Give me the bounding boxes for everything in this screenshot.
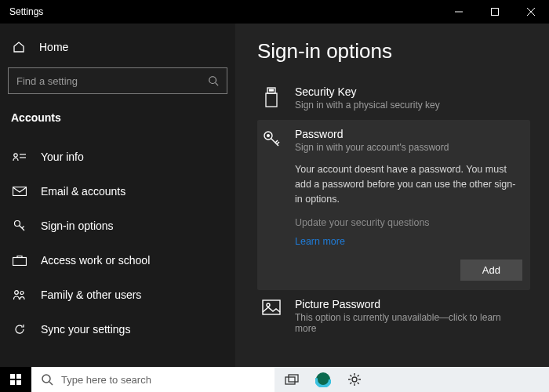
svg-rect-28 (16, 374, 21, 379)
picture-icon (260, 298, 282, 334)
svg-point-37 (352, 377, 357, 382)
home-label: Home (39, 41, 68, 53)
minimize-button[interactable] (441, 0, 477, 24)
main-content: Sign-in options Security Key Sign in wit… (235, 24, 549, 367)
sidebar: Home Accounts Your info (0, 24, 235, 367)
nav-email-accounts[interactable]: Email & accounts (0, 174, 235, 209)
key-icon (260, 128, 282, 281)
search-icon (41, 373, 53, 386)
svg-point-15 (20, 292, 24, 295)
search-input[interactable] (16, 75, 198, 87)
svg-rect-30 (16, 380, 21, 385)
nav-signin-options[interactable]: Sign-in options (0, 209, 235, 243)
option-picture-password[interactable]: Picture Password This option is currentl… (257, 290, 530, 343)
window-title: Settings (9, 6, 43, 17)
svg-rect-34 (289, 375, 298, 382)
svg-rect-18 (270, 89, 271, 91)
svg-line-24 (277, 142, 279, 144)
nav-label: Family & other users (41, 289, 141, 301)
option-subtitle: Sign in with your account's password (295, 142, 522, 153)
maximize-button[interactable] (477, 0, 513, 24)
mail-icon (13, 187, 27, 196)
svg-rect-27 (10, 374, 15, 379)
home-icon (13, 41, 25, 53)
svg-rect-17 (266, 93, 277, 107)
taskbar: Type here to search (0, 367, 549, 392)
nav-family-users[interactable]: Family & other users (0, 278, 235, 312)
option-subtitle: Sign in with a physical security key (295, 100, 522, 111)
close-button[interactable] (513, 0, 549, 24)
svg-rect-13 (13, 258, 27, 266)
svg-point-26 (267, 303, 270, 307)
nav-sync-settings[interactable]: Sync your settings (0, 312, 235, 347)
svg-point-31 (42, 375, 50, 383)
nav-label: Sign-in options (41, 220, 114, 232)
svg-rect-19 (272, 89, 274, 91)
key-icon (13, 219, 27, 233)
settings-icon[interactable] (340, 367, 369, 392)
nav-label: Email & accounts (41, 185, 125, 198)
nav-list: Your info Email & accounts Sign-in optio… (0, 140, 235, 347)
nav-label: Access work or school (41, 254, 150, 267)
svg-line-12 (22, 227, 24, 229)
sync-icon (13, 323, 27, 336)
people-icon (13, 289, 27, 300)
taskbar-search-placeholder: Type here to search (61, 374, 151, 386)
option-password[interactable]: Password Sign in with your account's pas… (257, 120, 530, 290)
add-button[interactable]: Add (460, 260, 522, 281)
nav-access-work-school[interactable]: Access work or school (0, 243, 235, 278)
password-body-text: Your account doesnt have a password. You… (295, 162, 522, 206)
nav-label: Sync your settings (41, 323, 130, 336)
svg-rect-33 (285, 377, 295, 384)
svg-line-5 (216, 83, 219, 86)
category-heading: Accounts (0, 102, 235, 132)
window-controls (441, 0, 549, 24)
option-title: Password (295, 128, 522, 140)
svg-rect-29 (10, 380, 15, 385)
nav-label: Your info (41, 151, 84, 163)
briefcase-icon (13, 255, 27, 266)
taskbar-search[interactable]: Type here to search (31, 367, 274, 392)
task-view-button[interactable] (278, 367, 306, 392)
option-title: Picture Password (295, 298, 522, 310)
svg-point-4 (209, 77, 216, 84)
sidebar-search[interactable] (8, 67, 227, 94)
learn-more-link[interactable]: Learn more (295, 236, 522, 247)
svg-line-32 (49, 382, 53, 385)
svg-line-23 (275, 140, 278, 143)
edge-icon[interactable] (309, 367, 337, 392)
option-security-key[interactable]: Security Key Sign in with a physical sec… (257, 78, 530, 120)
svg-point-21 (267, 135, 270, 137)
svg-point-14 (15, 291, 19, 295)
svg-rect-25 (263, 300, 280, 314)
nav-your-info[interactable]: Your info (0, 140, 235, 174)
svg-point-10 (15, 221, 20, 227)
svg-line-22 (271, 139, 279, 147)
usb-icon (260, 85, 282, 111)
svg-rect-1 (492, 9, 499, 16)
person-card-icon (13, 151, 27, 162)
titlebar: Settings (0, 0, 549, 24)
update-questions-link[interactable]: Update your security questions (295, 217, 522, 228)
svg-point-6 (14, 154, 17, 157)
option-subtitle: This option is currently unavailable—cli… (295, 312, 522, 334)
search-icon (208, 75, 219, 86)
start-button[interactable] (0, 367, 31, 392)
page-heading: Sign-in options (257, 39, 530, 64)
home-nav[interactable]: Home (0, 31, 235, 63)
option-title: Security Key (295, 85, 522, 98)
